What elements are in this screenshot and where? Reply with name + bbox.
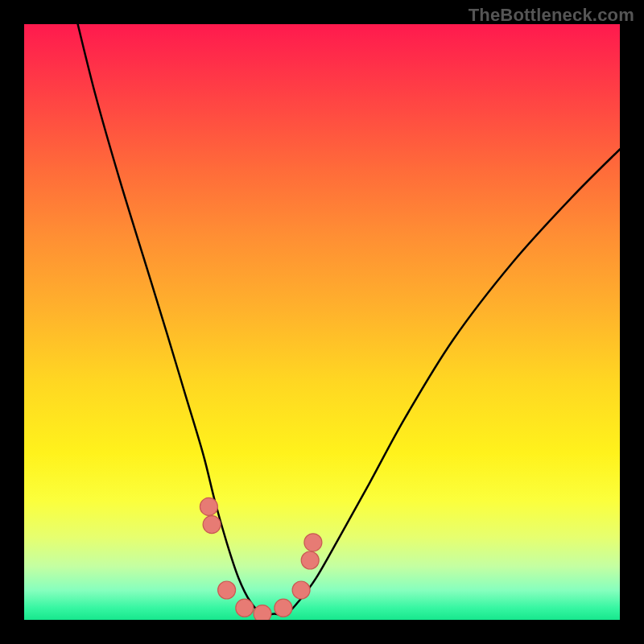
marker-group bbox=[200, 497, 322, 620]
data-marker bbox=[218, 581, 236, 599]
data-marker bbox=[304, 534, 322, 551]
data-marker bbox=[200, 497, 217, 515]
data-marker bbox=[203, 516, 221, 534]
bottleneck-curve bbox=[78, 24, 620, 615]
data-marker bbox=[254, 605, 271, 620]
data-marker bbox=[301, 551, 319, 569]
attribution-watermark: TheBottleneck.com bbox=[469, 5, 634, 26]
outer-frame: TheBottleneck.com bbox=[0, 0, 644, 644]
data-marker bbox=[292, 581, 310, 599]
plot-area bbox=[24, 24, 620, 620]
bottleneck-curve-svg bbox=[24, 24, 620, 620]
data-marker bbox=[275, 599, 292, 617]
data-marker bbox=[236, 599, 254, 617]
